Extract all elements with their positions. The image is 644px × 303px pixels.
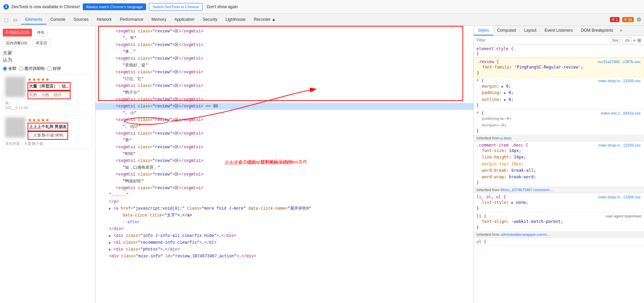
dom-line[interactable]: <svgmtsi class="review">区</svgmtsi> [95, 171, 473, 178]
style-filter-input[interactable] [476, 38, 608, 43]
dom-line[interactable]: "来，" [95, 48, 473, 55]
switch-chinese-button[interactable]: Switch DevTools to Chinese [149, 3, 203, 11]
tab-computed[interactable]: Computed [493, 26, 520, 35]
dom-line[interactable]: "鸭子分" [95, 89, 473, 96]
css-block-element-style: element.style { } [474, 45, 644, 58]
dom-line[interactable]: <svgmtsi class="review">区</svgmtsi> [95, 185, 473, 192]
tab-event-listeners[interactable]: Event Listeners [540, 26, 577, 35]
inherited-label-li: Inherited from li#rev_1074673467.comment… [474, 187, 644, 193]
filter-expand-button[interactable]: ⊞ [637, 37, 641, 43]
tab-layout[interactable]: Layout [520, 26, 540, 35]
notification-text: DevTools is now available in Chinese! [12, 4, 80, 9]
tag-buttons-2: 店内消毒(10) 有宝贝 [3, 39, 92, 47]
tab-dom-breakpoints[interactable]: DOM Breakpoints [577, 26, 617, 35]
devtools-toolbar: ⬚ ▭ Elements Console Sources Network Per… [0, 14, 644, 26]
dom-line[interactable]: <svgmtsi class="review">区</svgmtsi> [95, 82, 473, 89]
inherited-label-desc: Inherited from p.desc [474, 135, 644, 141]
dom-line[interactable]: ::after [95, 219, 473, 226]
styles-panel: Styles Computed Layout Event Listeners D… [474, 26, 644, 303]
dom-line[interactable]: ", 小" [95, 110, 473, 117]
dom-line[interactable]: "意很好，提" [95, 62, 473, 69]
css-file-li[interactable]: main-shop.m...11569.css: [598, 195, 641, 199]
review-title-2: 上上上个礼拜 男朋友 [28, 123, 68, 131]
css-close-brace: } [476, 51, 641, 56]
tab-memory[interactable]: Memory [147, 15, 170, 25]
dismiss-button[interactable]: Don't show again [207, 4, 238, 9]
dom-panel[interactable]: <svgmtsi class="review">区</svgmtsi> ", 年… [95, 26, 474, 303]
tab-sources[interactable]: Sources [69, 15, 93, 25]
css-block-review: .review { ccc31a27d42...c287b.css: font-… [474, 58, 644, 77]
tag-no-queue[interactable]: 不用排队(110) [3, 29, 32, 36]
tab-styles[interactable]: Styles [474, 26, 493, 35]
filter-images[interactable]: 图片(9309) [19, 66, 45, 72]
dom-line[interactable]: "......" [95, 192, 473, 198]
cursor-icon[interactable]: ⬚ [3, 16, 10, 23]
dom-line[interactable]: <svgmtsi class="review">区</svgmtsi> [95, 42, 473, 48]
tab-recorder[interactable]: Recorder ▲ [250, 15, 280, 25]
dom-line[interactable]: <div class="misc-info" id="review_107467… [95, 253, 473, 260]
dom-line[interactable]: ▶ <div class="photos">…</div> [95, 246, 473, 253]
tab-more[interactable]: » [617, 26, 625, 35]
inherited-link-ul[interactable]: ul#reviewlist-wrapper.comm... [501, 232, 550, 237]
warning-badge[interactable]: ✕ 16 [622, 17, 634, 22]
device-icon[interactable]: ▭ [12, 16, 18, 23]
tab-network[interactable]: Network [93, 15, 116, 25]
filter-all[interactable]: 全部 [3, 66, 16, 72]
tab-lighthouse[interactable]: Lighthouse [221, 15, 250, 25]
css-file-star1[interactable]: main-shop.m...11569.css: [598, 79, 641, 83]
match-language-button[interactable]: Always match Chrome's language [83, 3, 146, 10]
review-avatar-2 [5, 117, 26, 138]
dom-line[interactable]: </div> [95, 226, 473, 232]
tab-security[interactable]: Security [199, 15, 221, 25]
dom-line[interactable]: </p> [95, 198, 473, 205]
dom-line[interactable]: data-click-title="文字">…</a> [95, 212, 473, 219]
css-close-brace: } [477, 71, 641, 75]
dom-line[interactable]: <svgmtsi class="review">区</svgmtsi> [95, 96, 473, 103]
dom-line[interactable]: ▶ <a href="javascript:void(0);" class="m… [95, 205, 473, 212]
css-close-brace: } [476, 128, 641, 133]
dom-line[interactable]: ", 估计" [95, 123, 473, 130]
css-selector-star1: * { [476, 78, 484, 83]
filter-cls-button[interactable]: .cls [622, 37, 632, 43]
tab-performance[interactable]: Performance [116, 15, 147, 25]
css-prop: padding: ▶ 0; [476, 90, 641, 96]
dom-line[interactable]: ▶ <dl class="recommend-info clearfix">…<… [95, 239, 473, 246]
inherited-link-li[interactable]: li#rev_1074673467.comment-... [501, 188, 553, 192]
dom-line[interactable]: <svgmtsi class="review">区</svgmtsi> [95, 157, 473, 164]
tab-elements[interactable]: Elements [21, 15, 46, 25]
review-title-1: 大董（环贸店）：估... [28, 82, 70, 91]
css-file-review[interactable]: ccc31a27d42...c287b.css: [598, 60, 641, 64]
tab-console[interactable]: Console [46, 15, 69, 25]
tag-disinfect[interactable]: 店内消毒(10) [3, 39, 31, 47]
dom-line[interactable]: "短，口感有差异。" [95, 164, 473, 171]
dom-line[interactable]: <svgmtsi class="review">区</svgmtsi> [95, 130, 473, 137]
dom-line[interactable]: <svgmtsi class="review">区</svgmtsi> [95, 144, 473, 151]
error-badge[interactable]: ✕ 1 [610, 17, 619, 22]
dom-line[interactable]: "时间" [95, 151, 473, 157]
notification-bar: ℹ DevTools is now available in Chinese! … [0, 0, 644, 14]
css-close-brace: } [476, 225, 641, 230]
css-close-brace: } [476, 180, 641, 185]
css-file-comment[interactable]: main-shop.m...11569.css: [598, 143, 641, 147]
dom-line[interactable]: <svgmtsi class="review">区</svgmtsi> [95, 28, 473, 35]
filter-hov-button[interactable]: :hov [610, 37, 621, 43]
tag-baby[interactable]: 有宝贝 [33, 39, 50, 47]
settings-icon[interactable]: ⚙ [637, 16, 641, 23]
tab-application[interactable]: Application [170, 15, 199, 25]
css-prop: word-break: break-all; [476, 167, 641, 174]
dom-line-selected[interactable]: <svgmtsi class="review">区</svgmtsi> == $… [95, 103, 473, 110]
dom-line[interactable]: "鸭壶好吃" [95, 178, 473, 185]
dom-line[interactable]: "养" [95, 137, 473, 144]
dom-line[interactable]: <svgmtsi class="review">区</svgmtsi> [95, 117, 473, 123]
dom-line[interactable]: <svgmtsi class="review">区</svgmtsi> [95, 55, 473, 62]
filter-plus-button[interactable]: + [633, 37, 636, 43]
css-file-star2[interactable]: index.min.1...0542a.css: [601, 111, 641, 115]
tag-parking[interactable]: 停车 [34, 29, 48, 36]
dom-line[interactable]: ", 年" [95, 35, 473, 42]
dom-line[interactable]: <svgmtsi class="review">区</svgmtsi> [95, 69, 473, 76]
dom-line[interactable]: ▶ <div class="info J-info-all clearfix H… [95, 232, 473, 239]
dom-line[interactable]: "订位。它" [95, 76, 473, 82]
css-selector-li-agent: li { [476, 214, 486, 218]
filter-good[interactable]: 好评 [47, 66, 61, 72]
inherited-link-desc[interactable]: p.desc [501, 136, 512, 140]
